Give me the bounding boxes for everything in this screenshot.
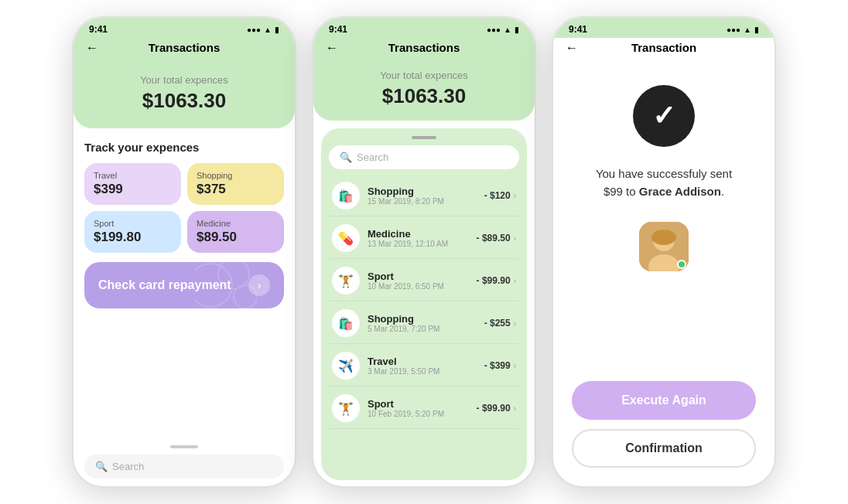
chevron-right-icon: › [514, 362, 516, 370]
track-title: Track your expences [84, 141, 284, 154]
chevron-right-icon: › [514, 192, 516, 200]
execute-again-button[interactable]: Execute Again [572, 381, 756, 420]
transactions-sheet: 🔍 Search 🛍️ Shopping 15 Mar 2019, 8:20 P… [321, 128, 527, 480]
transactions-list: 🛍️ Shopping 15 Mar 2019, 8:20 PM - $120 … [329, 175, 519, 472]
page-title-2: Transactions [388, 41, 460, 54]
bottom-pill-1 [170, 445, 198, 448]
success-recipient: Grace Addison [639, 185, 721, 198]
success-text-1: You have successfuly sent [596, 167, 732, 180]
phone-1: 9:41 ●●● ▲ ▮ ← Transactions Your total e… [72, 16, 296, 488]
check-card-arrow: › [248, 274, 270, 296]
page-title-1: Transactions [149, 41, 221, 54]
transaction-item[interactable]: ✈️ Travel 3 Mar 2019, 5:50 PM - $399 › [329, 346, 519, 387]
total-amount-1: $1063.30 [89, 89, 279, 113]
sport-card[interactable]: Sport $199.80 [84, 211, 181, 253]
time-1: 9:41 [89, 24, 108, 35]
phone2-body: Your total expences $1063.30 🔍 Search 🛍️… [313, 62, 535, 486]
trans-date: 3 Mar 2019, 5:50 PM [368, 367, 484, 376]
status-icons-1: ●●● ▲ ▮ [247, 26, 279, 34]
medicine-card[interactable]: Medicine $89.50 [187, 211, 284, 253]
trans-date: 5 Mar 2019, 7:20 PM [368, 325, 484, 333]
trans-amount: - $89.50 [477, 233, 511, 243]
travel-card[interactable]: Travel $399 [84, 163, 181, 205]
trans-icon: 🏋️ [332, 267, 360, 295]
top-bar-2: ← Transactions [313, 38, 535, 62]
trans-icon: 🏋️ [332, 394, 360, 422]
sport-label: Sport [94, 219, 172, 228]
phones-container: 9:41 ●●● ▲ ▮ ← Transactions Your total e… [0, 0, 848, 504]
signal-icon: ●●● [247, 26, 261, 34]
trans-info: Shopping 15 Mar 2019, 8:20 PM [368, 186, 484, 206]
battery-icon-3: ▮ [754, 26, 759, 34]
trans-name: Medicine [368, 228, 477, 240]
search-box-2[interactable]: 🔍 Search [329, 145, 519, 169]
trans-amount: - $255 [484, 318, 511, 329]
trans-info: Sport 10 Mar 2019, 6:50 PM [368, 271, 477, 291]
trans-amount: - $399 [484, 360, 511, 371]
phone3-body: ✓ You have successfuly sent $99 to Grace… [553, 62, 774, 486]
trans-info: Travel 3 Mar 2019, 5:50 PM [368, 356, 484, 376]
trans-icon: 💊 [332, 224, 360, 252]
recipient-avatar [639, 222, 689, 271]
travel-value: $399 [94, 182, 172, 197]
trans-info: Sport 10 Feb 2019, 5:20 PM [368, 398, 477, 418]
search-icon-1: 🔍 [95, 461, 108, 472]
phone1-body: Your total expences $1063.30 Track your … [74, 62, 295, 486]
wifi-icon-3: ▲ [744, 26, 751, 34]
sheet-pill [412, 136, 436, 139]
battery-icon: ▮ [275, 26, 279, 34]
battery-icon-2: ▮ [515, 26, 519, 34]
page-title-3: Transaction [631, 41, 696, 54]
shopping-card[interactable]: Shopping $375 [187, 163, 284, 205]
transaction-item[interactable]: 🏋️ Sport 10 Mar 2019, 6:50 PM - $99.90 › [329, 261, 519, 301]
trans-name: Shopping [368, 186, 484, 197]
trans-date: 10 Feb 2019, 5:20 PM [368, 410, 477, 418]
trans-name: Travel [368, 356, 484, 367]
status-bar-3: 9:41 ●●● ▲ ▮ [553, 18, 774, 38]
expense-grid: Travel $399 Shopping $375 Sport $199.80 … [84, 163, 284, 253]
back-button-2[interactable]: ← [326, 41, 338, 55]
total-amount-2: $1063.30 [329, 84, 519, 108]
phone1-content: Track your expences Travel $399 Shopping… [74, 128, 295, 441]
trans-info: Shopping 5 Mar 2019, 7:20 PM [368, 313, 484, 333]
search-bar-1[interactable]: 🔍 Search [84, 455, 284, 478]
check-card-repayment[interactable]: Check card repayment › [84, 262, 284, 308]
wifi-icon-2: ▲ [504, 26, 511, 34]
success-circle: ✓ [633, 85, 695, 147]
trans-amount: - $120 [484, 190, 511, 201]
search-placeholder-1: Search [112, 461, 144, 472]
back-button-1[interactable]: ← [86, 41, 98, 55]
chevron-right-icon: › [514, 277, 516, 285]
transaction-item[interactable]: 🛍️ Shopping 5 Mar 2019, 7:20 PM - $255 › [329, 303, 519, 344]
chevron-right-icon: › [514, 404, 516, 413]
trans-name: Sport [368, 398, 477, 410]
success-to: to [626, 185, 639, 198]
trans-amount: - $99.90 [477, 275, 511, 286]
shopping-label: Shopping [197, 171, 275, 180]
time-3: 9:41 [569, 24, 587, 35]
shopping-value: $375 [197, 182, 275, 197]
svg-point-6 [651, 230, 676, 245]
status-bar-2: 9:41 ●●● ▲ ▮ [313, 18, 535, 38]
chevron-right-icon: › [514, 319, 516, 328]
trans-date: 13 Mar 2019, 12:10 AM [368, 240, 477, 248]
sport-value: $199.80 [94, 230, 172, 245]
phone-3: 9:41 ●●● ▲ ▮ ← Transaction ✓ You have su… [552, 16, 776, 488]
trans-name: Sport [368, 271, 477, 282]
confirmation-button[interactable]: Confirmation [572, 429, 756, 468]
trans-info: Medicine 13 Mar 2019, 12:10 AM [368, 228, 477, 248]
back-button-3[interactable]: ← [566, 41, 578, 55]
total-label-2: Your total expences [329, 70, 519, 81]
trans-icon: 🛍️ [332, 182, 360, 209]
wifi-icon: ▲ [264, 26, 272, 34]
trans-date: 10 Mar 2019, 6:50 PM [368, 282, 477, 291]
transaction-item[interactable]: 🛍️ Shopping 15 Mar 2019, 8:20 PM - $120 … [329, 175, 519, 216]
success-amount: $99 [604, 185, 623, 198]
search-placeholder-2: Search [357, 152, 388, 163]
trans-name: Shopping [368, 313, 484, 325]
status-icons-3: ●●● ▲ ▮ [727, 26, 759, 34]
transaction-item[interactable]: 🏋️ Sport 10 Feb 2019, 5:20 PM - $99.90 › [329, 388, 519, 429]
trans-amount: - $99.90 [477, 403, 511, 414]
total-label-1: Your total expences [89, 74, 279, 86]
transaction-item[interactable]: 💊 Medicine 13 Mar 2019, 12:10 AM - $89.5… [329, 218, 519, 259]
